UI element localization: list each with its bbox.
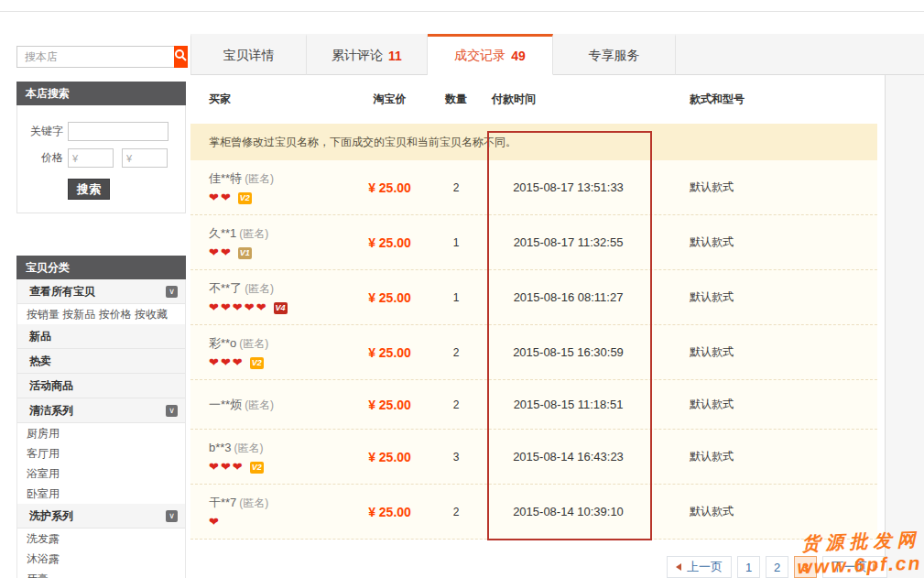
heart-credit-icon: ❤ bbox=[209, 461, 219, 474]
price-min-input[interactable] bbox=[68, 148, 114, 168]
heart-credit-icon: ❤ bbox=[209, 246, 219, 259]
quantity-value: 2 bbox=[433, 346, 479, 359]
payment-time-value: 2015-08-14 10:39:10 bbox=[479, 505, 658, 518]
quantity-value: 2 bbox=[433, 398, 479, 411]
page-button-3-active[interactable]: 3 bbox=[794, 556, 817, 578]
category-item-livingroom[interactable]: 客厅用 bbox=[17, 443, 185, 463]
prev-page-button[interactable]: 上一页 bbox=[667, 556, 732, 578]
price-max-input[interactable] bbox=[122, 148, 168, 168]
price-value: ¥ 25.00 bbox=[346, 180, 433, 195]
name-changed-notice: 掌柜曾修改过宝贝名称，下面成交的宝贝和当前宝贝名称不同。 bbox=[190, 124, 877, 160]
chevron-down-icon[interactable]: ∨ bbox=[166, 405, 178, 417]
tab-item-detail[interactable]: 宝贝详情 bbox=[190, 34, 307, 75]
buyer-name: 久**1 bbox=[209, 226, 236, 240]
buyer-name: 不**了 bbox=[209, 281, 242, 295]
table-row: 彩**o(匿名) ❤❤❤V2 ¥ 25.00 2 2015-08-15 16:3… bbox=[190, 325, 877, 380]
search-submit-button[interactable]: 搜索 bbox=[68, 179, 110, 200]
tab-exclusive-service[interactable]: 专享服务 bbox=[553, 34, 676, 75]
buyer-name: 一**烦 bbox=[209, 398, 242, 411]
page-button-1[interactable]: 1 bbox=[737, 556, 760, 578]
category-item-bedroom[interactable]: 卧室用 bbox=[17, 484, 185, 504]
header-style: 款式和型号 bbox=[658, 92, 877, 107]
category-item-personal-care[interactable]: 洗护系列 ∨ bbox=[17, 504, 185, 529]
category-list: 查看所有宝贝 ∨ 按销量 按新品 按价格 按收藏 新品 热卖 活动商品 清洁系列… bbox=[16, 279, 186, 578]
heart-credit-icon: ❤ bbox=[233, 301, 243, 314]
price-value: ¥ 25.00 bbox=[346, 290, 433, 305]
buyer-name: 佳**特 bbox=[209, 171, 242, 185]
trade-records-table: 买家 淘宝价 数量 付款时间 款式和型号 掌柜曾修改过宝贝名称，下面成交的宝贝和… bbox=[190, 75, 877, 540]
category-item-bathroom[interactable]: 浴室用 bbox=[17, 463, 185, 484]
category-item-hot[interactable]: 热卖 bbox=[17, 349, 185, 374]
category-item-promo[interactable]: 活动商品 bbox=[17, 374, 185, 398]
heart-credit-icon: ❤ bbox=[209, 301, 219, 314]
shop-search-title: 本店搜索 bbox=[16, 82, 186, 105]
payment-time-value: 2015-08-15 16:30:59 bbox=[479, 345, 658, 359]
header-qty: 数量 bbox=[433, 92, 479, 107]
keyword-input[interactable] bbox=[68, 122, 168, 141]
vip-level-badge-icon: V2 bbox=[250, 357, 264, 369]
shop-search-button[interactable] bbox=[174, 46, 188, 68]
payment-time-value: 2015-08-15 11:18:51 bbox=[479, 398, 658, 411]
category-item-bodywash[interactable]: 沐浴露 bbox=[17, 549, 185, 569]
table-row: 一**烦(匿名) ¥ 25.00 2 2015-08-15 11:18:51 默… bbox=[190, 380, 877, 430]
chevron-down-icon[interactable]: ∨ bbox=[166, 510, 178, 522]
prev-arrow-icon bbox=[676, 563, 681, 571]
table-row: 佳**特(匿名) ❤❤V2 ¥ 25.00 2 2015-08-17 13:51… bbox=[190, 160, 877, 215]
payment-time-value: 2015-08-17 11:32:55 bbox=[479, 235, 658, 249]
price-value: ¥ 25.00 bbox=[346, 398, 433, 412]
pagination: 上一页 1 2 3 下一页 bbox=[667, 556, 887, 578]
tab-trade-records[interactable]: 成交记录 49 bbox=[428, 34, 553, 75]
price-value: ¥ 25.00 bbox=[346, 450, 433, 464]
header-buyer: 买家 bbox=[190, 92, 346, 107]
review-count-badge: 11 bbox=[388, 49, 402, 63]
style-value: 默认款式 bbox=[658, 397, 877, 412]
next-page-button[interactable]: 下一页 bbox=[822, 556, 887, 578]
sidebar: 本店搜索 关键字 价格 搜索 宝贝分类 查看所有宝贝 ∨ 按销量 按新品 按价格… bbox=[16, 46, 186, 578]
category-item-shampoo[interactable]: 洗发露 bbox=[17, 529, 185, 549]
quantity-value: 3 bbox=[433, 451, 479, 463]
shop-search-bar bbox=[16, 46, 186, 68]
category-item-cleaning[interactable]: 清洁系列 ∨ bbox=[17, 398, 185, 423]
shop-search-input[interactable] bbox=[16, 46, 174, 68]
buyer-credit-icons: ❤❤❤V2 bbox=[209, 460, 346, 474]
anonymous-label: (匿名) bbox=[239, 496, 268, 509]
table-row: 干**7(匿名) ❤ ¥ 25.00 2 2015-08-14 10:39:10… bbox=[190, 485, 877, 540]
category-item-kitchen[interactable]: 厨房用 bbox=[17, 423, 185, 443]
tab-bar-filler bbox=[676, 34, 924, 75]
quantity-value: 2 bbox=[433, 181, 479, 194]
category-sort-links[interactable]: 按销量 按新品 按价格 按收藏 bbox=[17, 304, 185, 324]
quantity-value: 1 bbox=[433, 236, 479, 249]
buyer-credit-icons: ❤❤V2 bbox=[209, 191, 346, 205]
heart-credit-icon: ❤ bbox=[221, 246, 231, 259]
buyer-name: b**3 bbox=[209, 441, 232, 454]
categories-title: 宝贝分类 bbox=[16, 256, 186, 279]
price-value: ¥ 25.00 bbox=[346, 345, 433, 360]
payment-time-value: 2015-08-17 13:51:33 bbox=[479, 180, 658, 194]
vip-level-badge-icon: V4 bbox=[274, 302, 288, 314]
category-item-toothpaste[interactable]: 牙膏 bbox=[17, 569, 185, 578]
tab-reviews[interactable]: 累计评论 11 bbox=[307, 34, 428, 75]
heart-credit-icon: ❤ bbox=[221, 356, 231, 369]
style-value: 默认款式 bbox=[658, 180, 877, 195]
header-time: 付款时间 bbox=[479, 92, 658, 107]
search-icon bbox=[174, 49, 188, 65]
buyer-name: 干**7 bbox=[209, 496, 236, 509]
heart-credit-icon: ❤ bbox=[256, 301, 266, 314]
category-item-all[interactable]: 查看所有宝贝 ∨ bbox=[17, 279, 185, 304]
anonymous-label: (匿名) bbox=[234, 442, 264, 454]
shop-search-panel: 本店搜索 关键字 价格 搜索 bbox=[16, 82, 186, 213]
heart-credit-icon: ❤ bbox=[221, 461, 231, 474]
page-button-2[interactable]: 2 bbox=[766, 556, 788, 578]
payment-time-value: 2015-08-16 08:11:27 bbox=[479, 290, 658, 304]
top-strip bbox=[0, 0, 924, 12]
price-value: ¥ 25.00 bbox=[346, 235, 433, 250]
buyer-credit-icons: ❤❤❤V2 bbox=[209, 355, 346, 370]
table-row: 久**1(匿名) ❤❤V1 ¥ 25.00 1 2015-08-17 11:32… bbox=[190, 215, 877, 270]
chevron-down-icon[interactable]: ∨ bbox=[166, 286, 178, 298]
style-value: 默认款式 bbox=[658, 289, 877, 305]
header-price: 淘宝价 bbox=[346, 92, 433, 107]
category-item-new[interactable]: 新品 bbox=[17, 324, 185, 349]
table-row: 不**了(匿名) ❤❤❤❤❤V4 ¥ 25.00 1 2015-08-16 08… bbox=[190, 270, 877, 325]
table-row: b**3(匿名) ❤❤❤V2 ¥ 25.00 3 2015-08-14 16:4… bbox=[190, 430, 877, 485]
trade-count-badge: 49 bbox=[511, 49, 526, 63]
